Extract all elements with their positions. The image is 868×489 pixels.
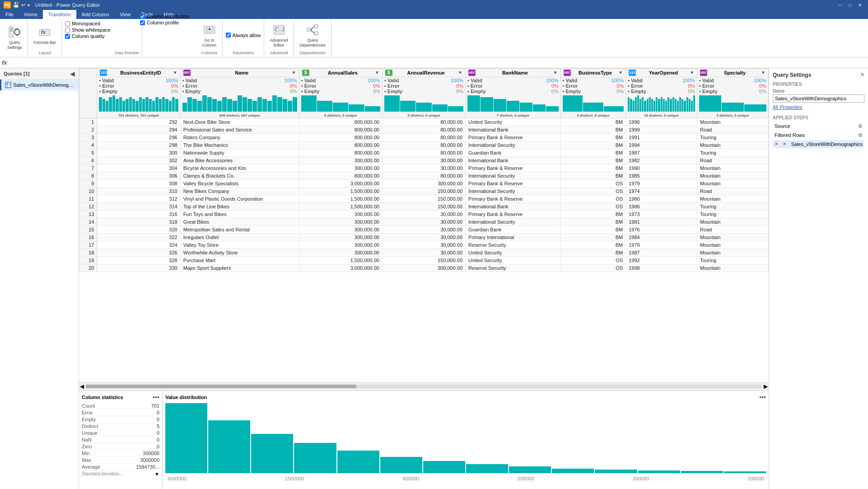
table-row[interactable]: 4298The Bike Mechanics800,000.0080,000.0… bbox=[79, 141, 769, 149]
table-cell: OS bbox=[560, 202, 626, 210]
close-button[interactable]: ✕ bbox=[855, 1, 864, 9]
horizontal-scroll-bar[interactable]: ◀ ▶ bbox=[79, 382, 769, 390]
applied-step-gear-icon[interactable]: ⚙ bbox=[858, 132, 863, 138]
col-filter-bank[interactable]: ▼ bbox=[553, 70, 558, 75]
value-dist-bar[interactable] bbox=[380, 457, 422, 473]
column-profile-input[interactable] bbox=[140, 20, 145, 25]
value-dist-bar[interactable] bbox=[681, 471, 723, 473]
col-filter-specialty[interactable]: ▼ bbox=[761, 70, 765, 75]
tab-view[interactable]: View bbox=[114, 10, 136, 19]
always-allow-checkbox[interactable]: Always allow bbox=[226, 33, 261, 38]
query-settings-button[interactable]: QuerySettings bbox=[5, 23, 25, 52]
value-dist-bar[interactable] bbox=[595, 470, 637, 473]
col-filter-id[interactable]: ▼ bbox=[173, 70, 177, 75]
scroll-right-btn[interactable]: ▶ bbox=[764, 383, 768, 390]
tab-file[interactable]: File bbox=[0, 10, 19, 19]
col-filter-name[interactable]: ▼ bbox=[292, 70, 296, 75]
table-row[interactable]: 13316Fun Toys and Bikes300,000.0030,000.… bbox=[79, 210, 769, 218]
column-quality-input[interactable] bbox=[65, 34, 70, 39]
col-filter-revenue[interactable]: ▼ bbox=[458, 70, 462, 75]
table-row[interactable]: 11312Vinyl and Plastic Goods Corporation… bbox=[79, 195, 769, 202]
value-dist-bar[interactable] bbox=[638, 470, 680, 473]
table-cell: 150,000.00 bbox=[382, 195, 465, 202]
value-dist-bar[interactable] bbox=[337, 451, 379, 473]
right-panel-close-btn[interactable]: ✕ bbox=[860, 72, 864, 78]
queries-collapse-button[interactable]: ◀ bbox=[70, 70, 75, 77]
table-cell: Irregulars Outlet bbox=[180, 233, 299, 241]
col-filter-year[interactable]: ▼ bbox=[690, 70, 694, 75]
table-row[interactable]: 6302Area Bike Accessories300,000.0030,00… bbox=[79, 156, 769, 164]
value-dist-bar[interactable] bbox=[423, 461, 465, 473]
stats-expand-btn[interactable]: Standard deviation... ▼ bbox=[82, 470, 159, 478]
show-whitespace-checkbox[interactable]: Show whitespace bbox=[65, 27, 111, 33]
ribbon: File Home Transform Add Column View Tool… bbox=[0, 10, 868, 57]
table-row[interactable]: 3296Riders Company800,000.0080,000.00Pri… bbox=[79, 133, 769, 141]
monospaced-input[interactable] bbox=[65, 21, 70, 26]
table-row[interactable]: 1292Next-Door Bike Store800,000.0080,000… bbox=[79, 118, 769, 126]
go-to-column-button[interactable]: Go toColumn bbox=[200, 21, 219, 50]
all-properties-link[interactable]: All Properties bbox=[773, 104, 864, 110]
col-header-businessentityid: 123 BusinessEntityID ▼ • Valid100% • Err… bbox=[97, 68, 180, 118]
value-dist-bar[interactable] bbox=[208, 420, 250, 473]
val-dist-menu-btn[interactable]: ••• bbox=[759, 394, 766, 401]
data-table-container[interactable]: 123 BusinessEntityID ▼ • Valid100% • Err… bbox=[79, 68, 769, 382]
value-dist-bar[interactable] bbox=[509, 466, 551, 473]
col-filter-type[interactable]: ▼ bbox=[618, 70, 623, 75]
table-row[interactable]: 17324Valley Toy Store300,000.0030,000.00… bbox=[79, 241, 769, 249]
col-filter-sales[interactable]: ▼ bbox=[375, 70, 379, 75]
col-stats-menu-btn[interactable]: ••• bbox=[153, 394, 159, 401]
quick-access-undo[interactable]: ↩ bbox=[21, 2, 26, 8]
column-distribution-checkbox[interactable]: Column distribution bbox=[140, 14, 189, 19]
table-row[interactable]: 5300Nationwide Supply800,000.0080,000.00… bbox=[79, 149, 769, 156]
quick-access-dropdown[interactable]: ▾ bbox=[28, 3, 30, 8]
table-row[interactable]: 19328Purchase Mart1,500,000.00150,000.00… bbox=[79, 256, 769, 264]
maximize-button[interactable]: □ bbox=[845, 1, 854, 9]
monospaced-checkbox[interactable]: Monospaced bbox=[65, 21, 111, 26]
table-row[interactable]: 7304Bicycle Accessories and Kits300,000.… bbox=[79, 164, 769, 172]
tab-home[interactable]: Home bbox=[19, 10, 43, 19]
applied-step-source[interactable]: Source⚙ bbox=[773, 122, 864, 131]
query-name-input[interactable] bbox=[773, 94, 864, 103]
table-row[interactable]: 16322Irregulars Outlet300,000.0030,000.0… bbox=[79, 233, 769, 241]
table-row[interactable]: 9308Valley Bicycle Specialists3,000,000.… bbox=[79, 179, 769, 187]
table-row[interactable]: 18326Worthwhile Activity Store300,000.00… bbox=[79, 249, 769, 256]
applied-step-filtered-rows[interactable]: Filtered Rows⚙ bbox=[773, 131, 864, 140]
tab-add-column[interactable]: Add Column bbox=[76, 10, 115, 19]
tab-transform[interactable]: Transform bbox=[43, 10, 76, 19]
formula-bar-input[interactable] bbox=[9, 59, 866, 66]
minimize-button[interactable]: ─ bbox=[835, 1, 845, 9]
table-row[interactable]: 8306Clamps & Brackets Co.800,000.0080,00… bbox=[79, 172, 769, 179]
value-dist-bar[interactable] bbox=[724, 471, 766, 473]
value-dist-bar[interactable] bbox=[552, 469, 594, 473]
table-cell: Primary Bank & Reserve bbox=[466, 210, 560, 218]
table-row[interactable]: 15320Metropolitan Sales and Rental300,00… bbox=[79, 226, 769, 233]
scroll-left-btn[interactable]: ◀ bbox=[80, 383, 84, 390]
stat-row: Error0 bbox=[82, 409, 159, 416]
always-allow-input[interactable] bbox=[226, 33, 231, 38]
table-cell: 318 bbox=[97, 218, 180, 226]
column-profile-checkbox[interactable]: Column profile bbox=[140, 20, 189, 25]
advanced-editor-button[interactable]: {"...} AdvancedEditor bbox=[267, 21, 291, 50]
table-row[interactable]: 14318Great Bikes300,000.0030,000.00Inter… bbox=[79, 218, 769, 226]
table-row[interactable]: 20330Major Sport Suppliers3,000,000.0030… bbox=[79, 264, 769, 272]
value-dist-bar[interactable] bbox=[165, 403, 207, 473]
query-item-sales-vstore[interactable]: Sales_vStoreWithDemographics bbox=[0, 80, 79, 90]
column-quality-checkbox[interactable]: Column quality bbox=[65, 33, 111, 39]
scroll-thumb[interactable] bbox=[86, 385, 356, 388]
table-row[interactable]: 10310New Bikes Company1,500,000.00150,00… bbox=[79, 187, 769, 195]
applied-step-sales-vstore[interactable]: ✕Sales_vStoreWithDemographics bbox=[773, 140, 864, 148]
applied-step-name: Source bbox=[775, 123, 790, 129]
table-row[interactable]: 12314Top of the Line Bikes1,500,000.0015… bbox=[79, 202, 769, 210]
column-distribution-input[interactable] bbox=[140, 14, 145, 19]
value-dist-bar[interactable] bbox=[466, 464, 508, 473]
table-row[interactable]: 2294Professional Sales and Service800,00… bbox=[79, 126, 769, 133]
formula-bar-button[interactable]: fx Formula Bar bbox=[31, 23, 59, 47]
table-cell: Road bbox=[697, 126, 769, 133]
query-dependencies-button[interactable]: QueryDependencies bbox=[297, 21, 329, 50]
value-dist-bar[interactable] bbox=[294, 443, 336, 473]
show-whitespace-input[interactable] bbox=[65, 28, 70, 33]
value-dist-bar[interactable] bbox=[251, 434, 293, 473]
table-cell: Major Sport Suppliers bbox=[180, 264, 299, 272]
quick-access-save[interactable]: 💾 bbox=[13, 2, 19, 8]
applied-step-gear-icon[interactable]: ⚙ bbox=[858, 123, 863, 129]
